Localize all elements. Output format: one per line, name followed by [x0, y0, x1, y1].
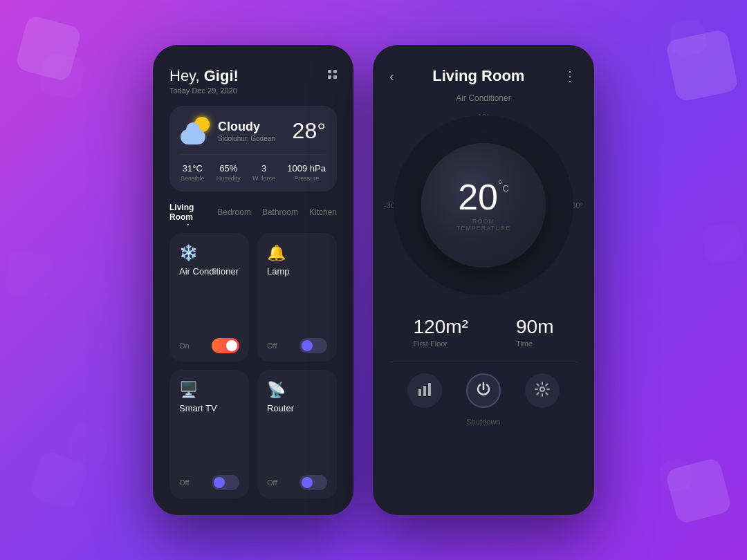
tab-kitchen[interactable]: Kitchen	[309, 207, 337, 217]
settings-button[interactable]	[525, 373, 560, 408]
shutdown-label: Shutdown	[373, 418, 594, 442]
power-icon	[476, 382, 491, 400]
greeting-hey: Hey,	[169, 67, 200, 84]
time-value: 90m	[516, 316, 553, 338]
stat-sensible: 31°C Sensible	[181, 163, 205, 182]
stat-wind: 3 W. force	[252, 163, 275, 182]
weather-info: Cloudy Sidoluhur, Godean	[218, 120, 275, 142]
weather-left: Cloudy Sidoluhur, Godean	[181, 115, 275, 146]
weather-top: Cloudy Sidoluhur, Godean 28°	[181, 115, 326, 146]
temp-celsius: C	[502, 183, 508, 194]
router-toggle[interactable]	[299, 475, 327, 490]
router-icon: 📡	[267, 381, 327, 399]
greeting-section: Hey, Gigi! Today Dec 29, 2020	[169, 67, 239, 95]
router-status: Off	[267, 478, 277, 487]
tv-toggle-knob	[214, 477, 225, 488]
tab-bathroom[interactable]: Bathroom	[262, 207, 298, 217]
device-card-router[interactable]: 📡 Router Off	[257, 370, 337, 498]
date-text: Today Dec 29, 2020	[169, 86, 239, 95]
right-header: ‹ Living Room ⋮	[373, 45, 594, 93]
svg-rect-3	[418, 389, 421, 396]
ac-toggle[interactable]	[212, 338, 239, 353]
router-name: Router	[267, 403, 327, 413]
phone-left: Hey, Gigi! Today Dec 29, 2020 C	[153, 45, 353, 515]
stats-button[interactable]	[407, 373, 442, 408]
temperature-display: 20 ° C	[458, 179, 509, 215]
ac-status: On	[179, 342, 190, 350]
bottom-controls	[373, 362, 594, 415]
lamp-controls: Off	[267, 338, 327, 353]
ac-section-label: Air Conditioner	[373, 93, 594, 109]
tab-bedroom[interactable]: Bedroom	[217, 207, 251, 217]
phone-right: ‹ Living Room ⋮ Air Conditioner	[373, 45, 594, 515]
tv-name: Smart TV	[179, 403, 239, 413]
tv-icon: 🖥️	[179, 381, 239, 399]
greeting-text: Hey, Gigi!	[169, 67, 239, 85]
lamp-icon: 🔔	[267, 244, 327, 262]
lamp-toggle[interactable]	[299, 338, 327, 353]
ac-name: Air Conditioner	[179, 266, 239, 277]
ac-controls: On	[179, 338, 239, 353]
device-card-tv[interactable]: 🖥️ Smart TV Off	[169, 370, 249, 498]
back-button[interactable]: ‹	[389, 68, 394, 84]
device-grid: ❄️ Air Conditioner On 🔔 Lamp Off	[169, 233, 337, 498]
ac-toggle-knob	[226, 340, 237, 351]
svg-point-6	[540, 387, 544, 391]
lamp-name: Lamp	[267, 266, 327, 277]
temperature-value: 20	[458, 179, 498, 215]
lamp-status: Off	[267, 342, 277, 350]
router-toggle-knob	[302, 477, 313, 488]
weather-icon	[181, 115, 211, 146]
weather-stats: 31°C Sensible 65% Humidity 3 W. force 10…	[181, 154, 326, 182]
settings-icon	[535, 382, 550, 400]
lamp-toggle-knob	[302, 340, 313, 351]
device-card-ac[interactable]: ❄️ Air Conditioner On	[169, 233, 249, 362]
ac-icon: ❄️	[179, 244, 239, 262]
svg-rect-4	[423, 386, 426, 396]
stats-icon	[417, 382, 432, 400]
stats-row: 120m² First Floor 90m Time	[373, 302, 594, 362]
cloud-icon	[181, 129, 205, 144]
weather-temperature: 28°	[293, 118, 326, 144]
room-temp-label: ROOMTEMPERATURE	[456, 218, 510, 232]
power-button[interactable]	[466, 373, 501, 408]
room-title: Living Room	[432, 67, 524, 85]
thermostat-bg[interactable]: 20 ° C ROOMTEMPERATURE	[394, 115, 573, 295]
more-button[interactable]: ⋮	[563, 68, 578, 84]
tv-toggle[interactable]	[212, 475, 239, 490]
weather-card: Cloudy Sidoluhur, Godean 28° 31°C Sensib…	[169, 106, 337, 192]
stat-time: 90m Time	[516, 316, 553, 348]
grid-icon[interactable]	[328, 70, 337, 79]
area-label: First Floor	[414, 339, 468, 348]
time-label: Time	[516, 339, 553, 348]
thermostat-area: -30° 30° 10° 20 ° C ROOMTEMPERATURE	[387, 109, 580, 302]
weather-condition: Cloudy	[218, 120, 275, 134]
tv-status: Off	[179, 478, 189, 487]
thermostat-inner: 20 ° C ROOMTEMPERATURE	[421, 143, 546, 268]
area-value: 120m²	[414, 316, 468, 338]
room-tabs: Living Room Bedroom Bathroom Kitchen	[169, 203, 337, 222]
stat-pressure: 1009 hPa Pressure	[287, 163, 326, 182]
stat-humidity: 65% Humidity	[216, 163, 241, 182]
device-card-lamp[interactable]: 🔔 Lamp Off	[257, 233, 337, 362]
svg-rect-5	[428, 383, 431, 396]
router-controls: Off	[267, 475, 327, 490]
phones-container: Hey, Gigi! Today Dec 29, 2020 C	[153, 45, 594, 515]
tv-controls: Off	[179, 475, 239, 490]
greeting-name: Gigi!	[204, 67, 239, 84]
header-row: Hey, Gigi! Today Dec 29, 2020	[169, 67, 337, 95]
weather-location: Sidoluhur, Godean	[218, 135, 275, 142]
tab-living-room[interactable]: Living Room	[169, 203, 206, 222]
stat-area: 120m² First Floor	[414, 316, 468, 348]
